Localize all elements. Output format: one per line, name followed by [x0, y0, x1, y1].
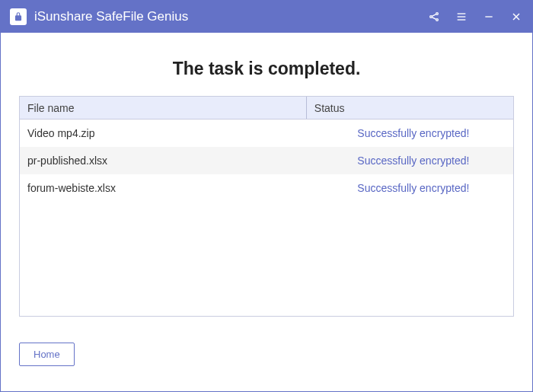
- home-button[interactable]: Home: [19, 343, 75, 366]
- page-title: The task is completed.: [19, 59, 514, 79]
- status-cell: Successfully encrypted!: [306, 182, 513, 194]
- file-name-cell: Video mp4.zip: [20, 127, 306, 139]
- table-body: Video mp4.zip Successfully encrypted! pr…: [20, 120, 513, 202]
- svg-point-1: [436, 13, 439, 15]
- app-lock-icon: [10, 8, 27, 25]
- share-icon[interactable]: [427, 10, 441, 24]
- svg-line-3: [432, 14, 436, 17]
- column-status: Status: [306, 97, 513, 119]
- menu-icon[interactable]: [455, 10, 468, 24]
- titlebar: iSunshare SafeFile Genius: [1, 1, 532, 33]
- minimize-icon[interactable]: [482, 10, 496, 24]
- file-name-cell: forum-webiste.xlsx: [20, 182, 306, 194]
- window-controls: [427, 10, 523, 24]
- results-table: File name Status Video mp4.zip Successfu…: [19, 96, 514, 317]
- table-row: forum-webiste.xlsx Successfully encrypte…: [20, 174, 513, 202]
- footer: Home: [1, 329, 532, 366]
- table-row: pr-published.xlsx Successfully encrypted…: [20, 147, 513, 174]
- svg-point-2: [436, 19, 439, 21]
- status-cell: Successfully encrypted!: [306, 155, 513, 167]
- app-title: iSunshare SafeFile Genius: [34, 9, 427, 24]
- file-name-cell: pr-published.xlsx: [20, 155, 306, 167]
- close-icon[interactable]: [509, 10, 523, 24]
- status-cell: Successfully encrypted!: [306, 127, 513, 139]
- svg-line-4: [432, 18, 436, 20]
- main-content: The task is completed. File name Status …: [1, 33, 532, 329]
- svg-point-0: [430, 16, 432, 18]
- column-file-name: File name: [20, 102, 306, 114]
- table-header: File name Status: [20, 97, 513, 120]
- table-row: Video mp4.zip Successfully encrypted!: [20, 120, 513, 147]
